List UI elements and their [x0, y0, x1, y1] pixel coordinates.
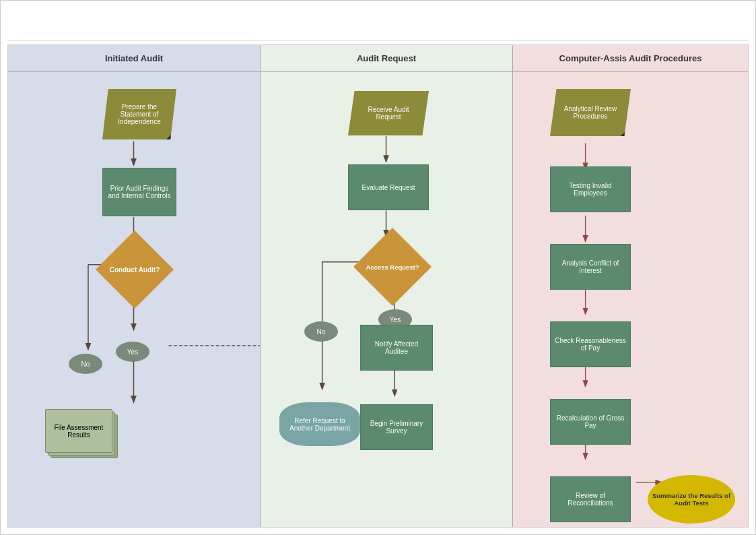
- review-reconciliations-node: Review of Reconciliations: [550, 476, 631, 522]
- begin-preliminary-node: Begin Preliminary Survey: [360, 404, 433, 450]
- check-reasonableness-node: Check Reasonableness of Pay: [550, 321, 631, 367]
- lane-initiated: Initiated Audit: [8, 45, 261, 527]
- diagram-area: Initiated Audit: [7, 44, 749, 528]
- top-bar: [7, 7, 749, 41]
- analysis-conflict-node: Analysis Conflict of Interest: [550, 244, 631, 290]
- no-ellipse: No: [69, 354, 102, 374]
- testing-invalid-node: Testing Invalid Employees: [550, 166, 631, 212]
- prior-audit-node: Prior Audit Findings and Internal Contro…: [102, 168, 176, 216]
- notify-affected-node: Notify Affected Auditee: [360, 325, 433, 371]
- evaluate-request-node: Evaluate Request: [348, 164, 429, 210]
- lane-initiated-content: Prepare the Statement of Independence Pr…: [8, 72, 260, 527]
- no2-ellipse: No: [304, 321, 338, 342]
- analytical-review-node: Analytical Review Procedures: [550, 89, 631, 136]
- lane-audit-content: Receive Audit Request Evaluate Request A…: [261, 72, 512, 527]
- prepare-statement-node: Prepare the Statement of Independence: [102, 89, 176, 139]
- refer-request-node: Refer Request to Another Department: [279, 402, 360, 446]
- lane-audit-request: Audit Request: [261, 45, 513, 527]
- lane-computer-content: Analytical Review Procedures Testing Inv…: [513, 72, 748, 527]
- yes-ellipse: Yes: [116, 342, 149, 362]
- lane-audit-header: Audit Request: [261, 45, 512, 72]
- lane-computer-header: Computer-Assis Audit Procedures: [513, 45, 748, 72]
- lane-initiated-header: Initiated Audit: [8, 45, 260, 72]
- receive-audit-node: Receive Audit Request: [348, 91, 429, 135]
- summarize-results-node: Summarize the Results of Audit Tests: [648, 475, 735, 524]
- main-container: Initiated Audit: [0, 0, 756, 535]
- lane-computer: Computer-Assis Audit Procedures: [513, 45, 748, 527]
- recalculation-node: Recalculation of Gross Pay: [550, 399, 631, 445]
